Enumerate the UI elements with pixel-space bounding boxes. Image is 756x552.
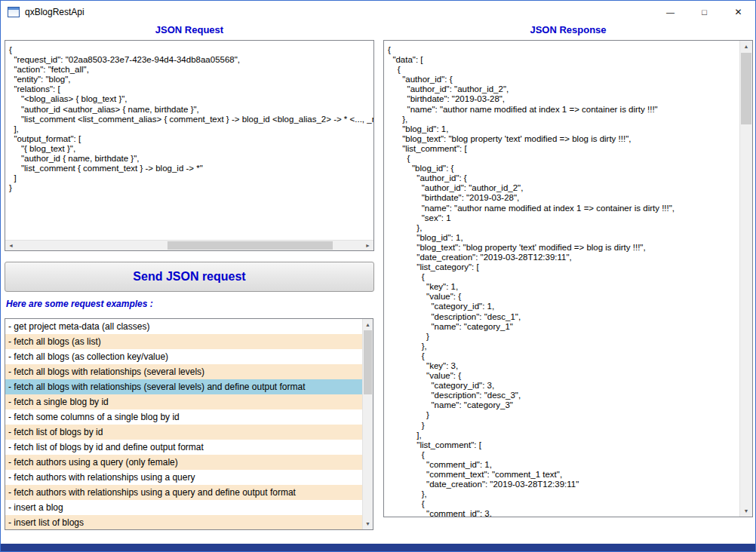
scroll-right-arrow-icon[interactable]: ►: [362, 241, 373, 250]
minimize-button[interactable]: —: [653, 1, 687, 23]
window-bottom-border: [1, 544, 755, 551]
examples-scroll-thumb[interactable]: [364, 330, 372, 394]
examples-rows: - get project meta-data (all classes)- f…: [5, 319, 362, 529]
scroll-down-arrow-icon[interactable]: ▼: [363, 518, 373, 529]
request-horizontal-scrollbar[interactable]: ◄ ►: [5, 240, 373, 250]
window-controls: — □ ✕: [653, 1, 755, 23]
scroll-left-arrow-icon[interactable]: ◄: [5, 241, 17, 250]
response-vertical-scrollbar[interactable]: ▲ ▼: [739, 41, 752, 517]
example-item[interactable]: - fetch authors with relationships using…: [5, 485, 362, 500]
example-item[interactable]: - insert a blog: [5, 500, 362, 515]
response-json-text[interactable]: { "data": [ { "author_id": { "author_id"…: [384, 41, 739, 517]
scroll-up-arrow-icon[interactable]: ▲: [363, 319, 373, 330]
request-editor[interactable]: { "request_id": "02aa8503-23e7-423e-94d4…: [5, 40, 374, 251]
titlebar: qxBlogRestApi — □ ✕: [1, 1, 755, 23]
example-item[interactable]: - fetch list of blogs by id: [5, 425, 362, 440]
maximize-button[interactable]: □: [687, 1, 721, 23]
response-scroll-thumb[interactable]: [741, 53, 751, 124]
example-item[interactable]: - fetch a single blog by id: [5, 394, 362, 409]
example-item[interactable]: - fetch authors using a query (only fema…: [5, 455, 362, 470]
response-header: JSON Response: [383, 24, 753, 36]
example-item[interactable]: - fetch all blogs with relationships (se…: [5, 364, 362, 379]
examples-vertical-scrollbar[interactable]: ▲ ▼: [362, 319, 373, 529]
horizontal-scroll-thumb[interactable]: [167, 241, 333, 250]
example-item[interactable]: - fetch all blogs (as collection key/val…: [5, 349, 362, 364]
example-item[interactable]: - fetch all blogs with relationships (se…: [5, 379, 362, 394]
example-item[interactable]: - fetch list of blogs by id and define o…: [5, 440, 362, 455]
window-title: qxBlogRestApi: [25, 7, 85, 17]
app-window: qxBlogRestApi — □ ✕ JSON Request JSON Re…: [0, 0, 756, 552]
example-item[interactable]: - fetch authors with relationships using…: [5, 470, 362, 485]
example-item[interactable]: - insert list of blogs: [5, 515, 362, 530]
close-button[interactable]: ✕: [721, 1, 755, 23]
example-item[interactable]: - get project meta-data (all classes): [5, 319, 362, 334]
examples-label: Here are some request examples :: [6, 299, 153, 309]
request-json-text[interactable]: { "request_id": "02aa8503-23e7-423e-94d4…: [5, 41, 373, 240]
example-item[interactable]: - fetch some columns of a single blog by…: [5, 409, 362, 425]
request-header: JSON Request: [5, 24, 374, 36]
send-json-request-button[interactable]: Send JSON request: [5, 262, 374, 292]
examples-list[interactable]: - get project meta-data (all classes)- f…: [5, 318, 373, 530]
response-viewer[interactable]: { "data": [ { "author_id": { "author_id"…: [383, 40, 753, 517]
scroll-down-arrow-icon[interactable]: ▼: [740, 505, 752, 517]
example-item[interactable]: - fetch all blogs (as list): [5, 334, 362, 349]
scroll-up-arrow-icon[interactable]: ▲: [740, 41, 752, 52]
app-icon: [8, 7, 20, 17]
